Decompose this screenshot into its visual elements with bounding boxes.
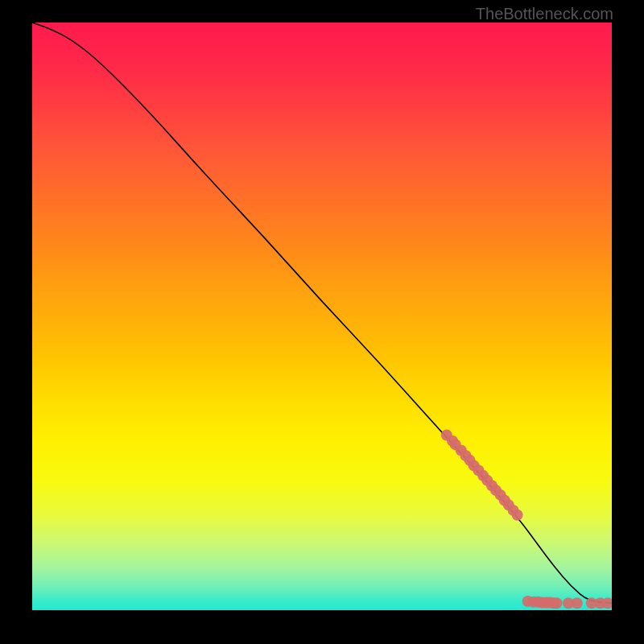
svg-point-16 bbox=[512, 510, 523, 521]
watermark: TheBottleneck.com bbox=[476, 5, 613, 23]
plot-area bbox=[32, 23, 612, 610]
svg-point-24 bbox=[551, 597, 563, 609]
svg-point-26 bbox=[572, 597, 583, 609]
chart-container: TheBottleneck.com bbox=[0, 0, 644, 644]
scatter-points bbox=[32, 23, 612, 610]
